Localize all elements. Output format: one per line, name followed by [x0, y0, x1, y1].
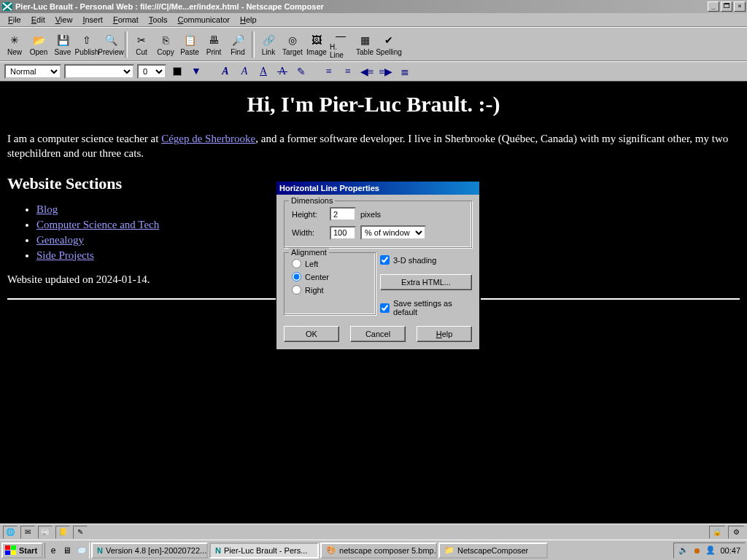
cegep-link[interactable]: Cégep de Sherbrooke [161, 133, 255, 144]
save-default-checkbox[interactable] [380, 303, 390, 313]
ql-outlook-icon[interactable]: 📨 [75, 545, 87, 556]
tray-icon-2[interactable]: ⏺ [693, 546, 701, 555]
cancel-button[interactable]: Cancel [350, 326, 406, 342]
task-icon: N [215, 546, 221, 555]
taskbar-task[interactable]: 📁NetscapeComposer [438, 542, 548, 559]
mail-icon[interactable]: ✉ [20, 526, 35, 539]
app-icon [1, 1, 13, 12]
menu-insert[interactable]: Insert [77, 14, 108, 26]
extra-html-button[interactable]: Extra HTML... [380, 274, 472, 290]
align-right-label: Right [305, 286, 324, 295]
ql-ie-icon[interactable]: e [47, 545, 59, 556]
align-right-radio[interactable] [292, 285, 301, 295]
svg-rect-4 [11, 551, 16, 555]
section-link[interactable]: Computer Science and Tech [36, 219, 159, 230]
tb-hline-button[interactable]: —H. Line [329, 29, 352, 60]
paragraph-style-select[interactable]: Normal [4, 64, 61, 79]
tb-find-button[interactable]: 🔎Find [226, 29, 249, 60]
align-left-label: Left [305, 260, 318, 268]
publish-icon: ⇧ [80, 33, 94, 47]
outdent-button[interactable]: ◀≡ [359, 63, 375, 79]
toolbar-separator [252, 31, 255, 58]
height-unit: pixels [360, 210, 381, 219]
dialog-title: Horizontal Line Properties [276, 182, 479, 195]
tb-print-button[interactable]: 🖶Print [202, 29, 225, 60]
section-link[interactable]: Genealogy [36, 234, 84, 246]
menu-communicator[interactable]: Communicator [172, 14, 235, 26]
tb-publish-button[interactable]: ⇧Publish [75, 29, 98, 60]
clock[interactable]: 00:47 [720, 546, 740, 555]
section-link[interactable]: Side Projects [36, 249, 94, 261]
tb-preview-button[interactable]: 🔍Preview [99, 29, 123, 60]
taskbar: Start e 🖥 📨 NVersion 4.8 [en]-20020722..… [0, 540, 747, 560]
font-color-dropdown[interactable]: ▼ [188, 63, 204, 79]
bold-button[interactable]: A [217, 63, 233, 79]
security-icon[interactable]: 🔒 [709, 526, 725, 539]
dimensions-fieldset: Dimensions Height: pixels Width: % of wi… [284, 201, 472, 248]
target-icon: ◎ [285, 33, 300, 47]
number-list-button[interactable]: ≡ [340, 63, 356, 79]
italic-button[interactable]: A [236, 63, 252, 79]
address-icon[interactable]: 📒 [55, 526, 70, 539]
task-icon: 📁 [444, 545, 454, 555]
tb-spelling-button[interactable]: ✔Spelling [377, 29, 400, 60]
menu-file[interactable]: File [3, 14, 26, 26]
paste-icon: 📋 [182, 33, 197, 47]
tray-icon-3[interactable]: 👤 [705, 545, 716, 555]
font-color-button[interactable] [169, 63, 185, 79]
menu-edit[interactable]: Edit [26, 14, 50, 26]
tb-save-button[interactable]: 💾Save [51, 29, 74, 60]
ql-desktop-icon[interactable]: 🖥 [61, 545, 73, 556]
align-left-radio[interactable] [292, 259, 301, 268]
bullet-list-button[interactable]: ≡ [321, 63, 337, 79]
composer-icon[interactable]: ✎ [73, 526, 88, 539]
width-input[interactable] [330, 226, 356, 240]
page-heading: Hi, I'm Pier-Luc Brault. :-) [7, 92, 740, 117]
start-button[interactable]: Start [1, 542, 43, 559]
width-unit-select[interactable]: % of window [360, 225, 426, 240]
shading-checkbox[interactable] [380, 255, 390, 265]
tb-target-button[interactable]: ◎Target [281, 29, 304, 60]
quick-launch: e 🖥 📨 [44, 542, 90, 559]
underline-button[interactable]: A [255, 63, 271, 79]
strikethrough-button[interactable]: A [274, 63, 290, 79]
tb-paste-button[interactable]: 📋Paste [178, 29, 201, 60]
alignment-button[interactable]: ≣ [397, 63, 413, 79]
news-icon[interactable]: 📰 [38, 526, 53, 539]
maximize-button[interactable]: 🗖 [721, 1, 732, 12]
taskbar-task[interactable]: 🎨netscape composer 5.bmp... [320, 542, 437, 559]
find-icon: 🔎 [231, 33, 245, 47]
tb-image-button[interactable]: 🖼Image [305, 29, 328, 60]
tb-link-button[interactable]: 🔗Link [257, 29, 280, 60]
tb-table-button[interactable]: ▦Table [353, 29, 376, 60]
taskbar-task[interactable]: NPier-Luc Brault - Pers... [209, 542, 319, 559]
nav-icon[interactable]: 🌐 [3, 526, 18, 539]
menu-view[interactable]: View [50, 14, 78, 26]
align-center-radio[interactable] [292, 272, 301, 281]
clear-styles-button[interactable]: ✎ [293, 63, 309, 79]
menu-help[interactable]: Help [235, 14, 262, 26]
spelling-icon: ✔ [382, 33, 396, 47]
tb-open-button[interactable]: 📂Open [27, 29, 50, 60]
ok-button[interactable]: OK [284, 326, 339, 342]
shading-label: 3-D shading [393, 256, 436, 265]
menu-tools[interactable]: Tools [144, 14, 173, 26]
task-icon: N [97, 546, 103, 555]
tb-new-button[interactable]: ✳New [3, 29, 26, 60]
tray-icon-1[interactable]: 🔊 [678, 545, 689, 555]
tb-copy-button[interactable]: ⎘Copy [154, 29, 177, 60]
taskbar-task[interactable]: NVersion 4.8 [en]-20020722... [91, 542, 208, 559]
minimize-button[interactable]: _ [708, 1, 719, 12]
height-input[interactable] [330, 207, 356, 221]
tb-cut-button[interactable]: ✂Cut [130, 29, 153, 60]
help-button[interactable]: Help [417, 326, 472, 342]
close-button[interactable]: × [734, 1, 746, 12]
section-link[interactable]: Blog [36, 203, 58, 215]
font-select[interactable] [64, 64, 134, 79]
width-label: Width: [292, 228, 325, 237]
indent-button[interactable]: ≡▶ [378, 63, 394, 79]
svg-rect-2 [11, 545, 16, 550]
align-center-label: Center [305, 273, 329, 281]
menu-format[interactable]: Format [108, 14, 144, 26]
font-size-select[interactable]: 0 [137, 64, 166, 79]
